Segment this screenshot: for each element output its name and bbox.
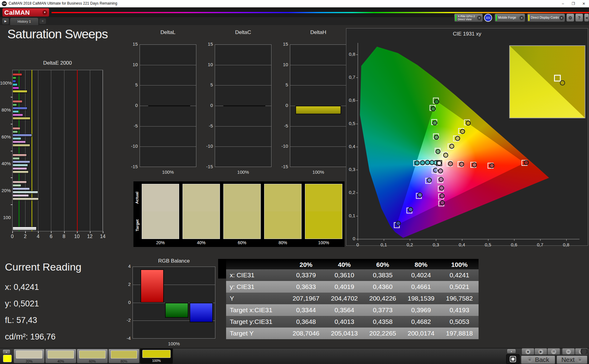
maximize-button[interactable]: ❐ <box>568 0 579 7</box>
cie-measured-circle-magenta <box>440 186 444 190</box>
deltae-axis-tick <box>11 177 13 178</box>
meter-name: X-Rite i1Pro 2 <box>458 15 477 18</box>
deltae-group-label: 100% <box>0 80 11 85</box>
deltae-bar <box>13 137 21 140</box>
table-cell: 204,4702 <box>325 293 364 304</box>
table-cell: 0,5021 <box>440 281 479 293</box>
cie-xtick <box>462 239 462 241</box>
display-control-dropdown[interactable]: Direct Display Control ▼ <box>527 13 565 22</box>
cie-measured-circle-red <box>460 162 464 166</box>
cie-measured-circle-green <box>433 121 437 125</box>
stop-button[interactable]: ■ <box>522 348 534 355</box>
deltae-xtick <box>38 231 39 233</box>
next-button[interactable]: Next » <box>556 355 587 364</box>
gear-icon[interactable]: ⚙ <box>566 13 574 22</box>
deltae-gridline <box>51 70 51 231</box>
rgb-ytick-label: 4 <box>120 264 131 269</box>
actual-target-swatch-panel: ActualTarget20%40%60%80%100% <box>133 181 345 247</box>
chevron-down-icon: ▼ <box>42 10 47 15</box>
calman-logo-menu[interactable]: CalMAN ▼ <box>2 8 49 17</box>
deltaL-gridline <box>140 65 196 65</box>
close-button[interactable]: ✕ <box>579 0 589 7</box>
tab-history-1[interactable]: History 1 <box>10 17 39 26</box>
cie-measured-circle-yellow <box>456 136 460 141</box>
pattern-window-button[interactable] <box>506 354 520 364</box>
deltaC-gridline <box>215 85 271 85</box>
deltaL-ytick-label: 10 <box>127 62 138 67</box>
cie-ytick-label: 0,6 <box>343 97 355 103</box>
back-button-label: Back <box>535 356 549 363</box>
deltae-bar <box>13 77 16 80</box>
deltaC-xlabel: 100% <box>215 169 271 175</box>
step-button[interactable]: H <box>547 348 560 355</box>
footer-swatch-button-20%[interactable]: 20% <box>13 349 45 363</box>
deltaH-gridline <box>290 146 346 147</box>
deltae-bar <box>13 184 21 187</box>
table-header-cell: 60% <box>364 260 402 270</box>
swatch-row-label: Actual <box>134 184 140 211</box>
cie-measured-circle-yellow <box>444 153 448 157</box>
tab-add-button[interactable]: + <box>39 18 46 24</box>
loop-button[interactable]: ∞ <box>562 348 575 355</box>
footer-swatch-color <box>16 351 42 358</box>
cie-ytick <box>356 78 358 78</box>
deltae-gridline <box>90 70 90 231</box>
source-dropdown[interactable]: Mobile Forge ▼ <box>495 13 525 22</box>
cie-xtick <box>540 239 541 241</box>
swatch-target <box>183 211 220 239</box>
help-icon[interactable]: ? <box>575 13 583 22</box>
cie-xtick <box>488 239 488 241</box>
deltaC-ytick-label: -15 <box>202 164 213 169</box>
deltae-bar <box>13 157 20 160</box>
play-button[interactable]: ▶ <box>534 348 547 355</box>
back-button[interactable]: « Back <box>521 355 555 364</box>
deltae-bar <box>13 100 22 103</box>
transport-expand-icon[interactable]: ▲ <box>507 349 516 354</box>
footer-swatch-button-40%[interactable]: 40% <box>45 349 76 363</box>
table-corner-notch <box>218 259 226 279</box>
deltae-xtick <box>12 231 13 233</box>
footer-swatch-button-60%[interactable]: 60% <box>77 349 108 363</box>
tab-play-icon[interactable]: ▶ <box>2 18 9 25</box>
deltaC-ytick-label: 0 <box>202 103 213 108</box>
minimize-button[interactable]: – <box>558 0 568 7</box>
page-title: Saturation Sweeps <box>7 27 108 41</box>
table-row-label: Target y:CIE31 <box>230 316 287 328</box>
patch-list-expand-icon[interactable]: ▲ <box>2 349 10 354</box>
cie-measured-circle-whitepoint <box>437 161 441 165</box>
swatch-actual <box>223 184 261 211</box>
meter-dropdown[interactable]: X-Rite i1Pro 2 Direct View ▼ <box>454 13 483 22</box>
footer-swatch-button-100%[interactable]: 100% <box>140 348 173 364</box>
chevron-down-icon: ▼ <box>477 16 482 20</box>
cie-ytick <box>356 193 358 193</box>
table-cell: 207,1967 <box>287 293 325 304</box>
deltae-bar <box>13 117 30 120</box>
deltaL-gridline <box>140 85 196 85</box>
source-name: Mobile Forge <box>497 16 519 20</box>
deltae-bar <box>13 73 22 76</box>
next-button-label: Next <box>561 356 575 363</box>
collapse-panel-icon[interactable]: ◀ <box>584 13 589 22</box>
deltaL-ytick-label: -10 <box>127 143 138 149</box>
deltae-group-label: 80% <box>0 107 11 112</box>
cie-ytick <box>356 170 358 170</box>
deltaH-ytick-label: 0 <box>277 103 288 108</box>
deltae-xtick <box>103 231 103 233</box>
cie-ytick-label: 0,7 <box>343 74 355 80</box>
deltaC-bar <box>223 105 265 106</box>
cie-measured-circle-yellow <box>450 144 454 148</box>
table-cell: 0,4682 <box>402 316 440 328</box>
deltae-bar-gray <box>13 227 37 230</box>
deltaC-gridline <box>215 126 271 127</box>
deltae-bar <box>13 171 29 174</box>
deltae-chart <box>12 70 103 231</box>
table-cell: 200,4226 <box>364 293 402 304</box>
deltae-gridline <box>38 70 38 231</box>
deltae-bar <box>13 191 38 194</box>
deltae-gridline <box>103 70 103 231</box>
swatch-target <box>305 211 342 239</box>
cie-xtick <box>358 239 358 241</box>
cie-ytick-label: 0,5 <box>343 121 355 126</box>
swatch-row-label-text: Target <box>135 219 140 231</box>
footer-swatch-button-80%[interactable]: 80% <box>108 349 140 363</box>
